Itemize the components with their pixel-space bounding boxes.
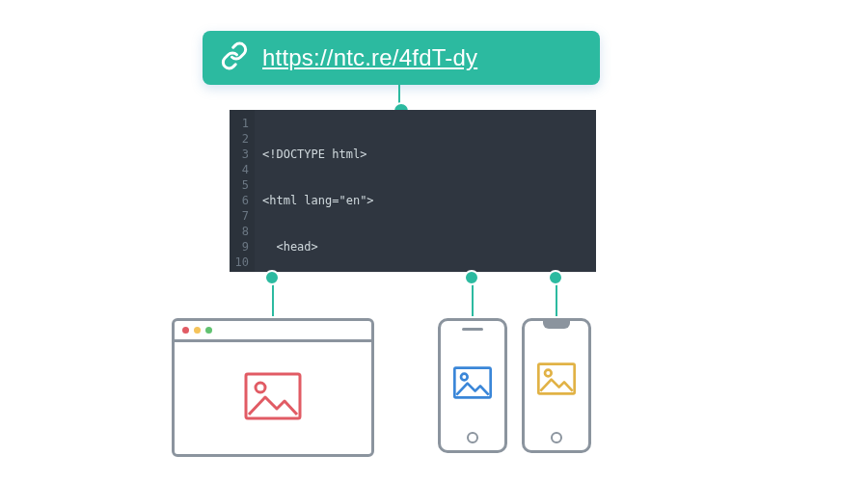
device-desktop [172,318,374,457]
browser-topbar [175,321,371,342]
svg-rect-0 [246,374,300,418]
window-dot-yellow [194,327,201,334]
device-screen [175,342,371,454]
code-line: <html lang="en"> [262,193,472,208]
picture-icon [453,366,492,403]
svg-point-1 [256,383,265,392]
line-number: 4 [230,162,249,177]
phone-home-button [551,432,562,443]
connectors-code-to-devices [0,272,868,330]
line-number: 9 [230,239,249,254]
device-phone-ios [522,318,591,453]
picture-icon [537,362,576,399]
line-number: 7 [230,208,249,224]
phone-notch [543,321,570,329]
line-number: 8 [230,224,249,239]
phone-home-button [467,432,478,443]
code-panel: 1 2 3 4 5 6 7 8 9 10 <!DOCTYPE html> <ht… [230,110,596,272]
line-number: 10 [230,254,249,270]
svg-point-3 [461,373,468,380]
device-screen [448,340,497,428]
window-dot-green [205,327,212,334]
line-number: 3 [230,147,249,162]
code-gutter: 1 2 3 4 5 6 7 8 9 10 [230,110,255,272]
short-url-badge: https://ntc.re/4fdT-dy [203,31,600,85]
phone-earpiece [462,328,483,331]
device-phone-android [438,318,507,453]
line-number: 1 [230,116,249,131]
svg-point-5 [545,369,552,376]
code-line: <!DOCTYPE html> [262,147,472,162]
line-number: 5 [230,177,249,193]
window-dot-red [182,327,189,334]
device-screen [532,333,581,428]
short-url-link[interactable]: https://ntc.re/4fdT-dy [262,44,477,71]
code-body: <!DOCTYPE html> <html lang="en"> <head> … [255,110,479,272]
link-icon [220,41,249,74]
line-number: 2 [230,131,249,147]
picture-icon [244,372,302,424]
line-number: 6 [230,193,249,208]
code-line: <head> [262,239,472,254]
